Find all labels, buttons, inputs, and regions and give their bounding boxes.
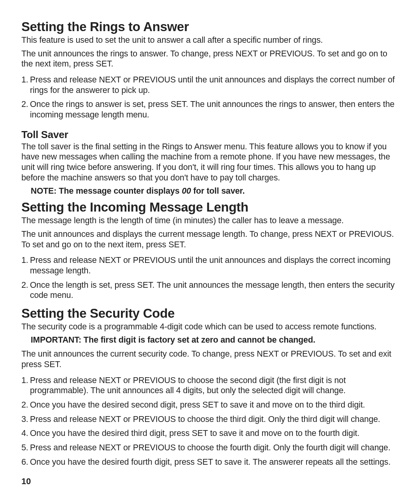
- ordered-list: Press and release NEXT or PREVIOUS to ch…: [21, 375, 399, 467]
- ordered-list: Press and release NEXT or PREVIOUS until…: [21, 255, 399, 301]
- note-prefix: NOTE: The message counter displays: [31, 186, 182, 196]
- important-text: IMPORTANT: The first digit is factory se…: [31, 335, 399, 346]
- list-item: Once the length is set, press SET. The u…: [30, 280, 399, 301]
- body-text: The toll saver is the final setting in t…: [21, 142, 399, 183]
- section-heading-rings: Setting the Rings to Answer: [21, 19, 399, 34]
- list-item: Once the rings to answer is set, press S…: [30, 99, 399, 120]
- body-text: The unit announces and displays the curr…: [21, 229, 399, 250]
- manual-page: Setting the Rings to Answer This feature…: [0, 0, 420, 504]
- note-text: NOTE: The message counter displays 00 fo…: [31, 186, 399, 197]
- list-item: Press and release NEXT or PREVIOUS to ch…: [30, 414, 399, 425]
- list-item: Press and release NEXT or PREVIOUS until…: [30, 255, 399, 276]
- note-suffix: for toll saver.: [191, 186, 245, 196]
- ordered-list: Press and release NEXT or PREVIOUS until…: [21, 75, 399, 120]
- section-heading-message-length: Setting the Incoming Message Length: [21, 200, 399, 215]
- list-item: Once you have the desired second digit, …: [30, 400, 399, 410]
- list-item: Press and release NEXT or PREVIOUS to ch…: [30, 443, 399, 453]
- subsection-heading-tollsaver: Toll Saver: [21, 129, 399, 141]
- body-text: The security code is a programmable 4-di…: [21, 322, 399, 332]
- list-item: Once you have the desired third digit, p…: [30, 428, 399, 439]
- body-text: The message length is the length of time…: [21, 215, 399, 226]
- body-text: The unit announces the rings to answer. …: [21, 49, 399, 69]
- body-text: The unit announces the current security …: [21, 349, 399, 369]
- list-item: Press and release NEXT or PREVIOUS to ch…: [30, 375, 399, 396]
- body-text: This feature is used to set the unit to …: [21, 35, 399, 46]
- list-item: Press and release NEXT or PREVIOUS until…: [30, 75, 399, 95]
- section-heading-security-code: Setting the Security Code: [21, 306, 399, 321]
- list-item: Once you have the desired fourth digit, …: [30, 457, 399, 467]
- page-number: 10: [21, 476, 399, 486]
- note-value: 00: [182, 186, 191, 196]
